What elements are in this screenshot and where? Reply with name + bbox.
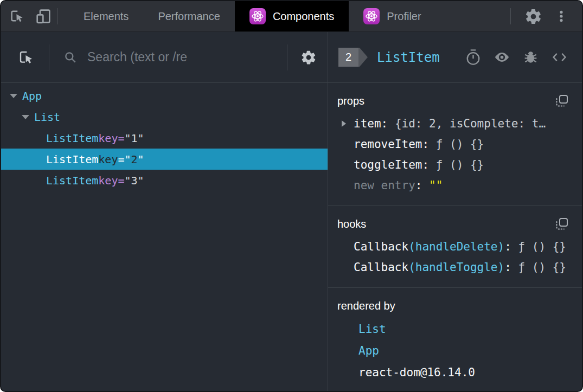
copy-to-clipboard-icon[interactable] [555,94,568,107]
details-header-icons [465,49,568,66]
inspect-element-icon[interactable] [9,8,25,24]
equals-sign: = [118,174,124,187]
section-header-hooks: hooks [328,215,582,233]
tabbar-tabs: ElementsPerformance Components Profiler [69,1,436,31]
pick-component-icon[interactable] [17,49,35,66]
component-name: ListItem [46,132,98,145]
segment-value: ƒ () {} [518,261,566,274]
key-value: "3" [125,174,144,187]
segment-key: removeItem [354,138,422,151]
tree-row-listitem[interactable]: ListItem key="1" [1,127,328,149]
equals-sign: = [118,153,124,166]
components-search-input[interactable] [87,50,287,65]
details-sections: props item: {id: 2, isComplete: t…remove… [328,83,582,391]
segment-value: ƒ () {} [518,240,566,253]
tree-panel-header [1,32,328,83]
props-row[interactable]: toggleItem: ƒ () {} [328,155,582,175]
suspend-timer-icon[interactable] [465,49,481,66]
tab-performance[interactable]: Performance [143,1,235,31]
props-row[interactable]: item: {id: 2, isComplete: t… [328,113,582,134]
tab-profiler[interactable]: Profiler [349,1,435,31]
kebab-menu-icon[interactable] [554,8,568,24]
tree-row-list[interactable]: List [1,106,328,127]
segment-cyan: List [358,323,386,336]
component-name: App [22,89,42,102]
component-name: ListItem [46,153,98,166]
segment-key: Callback [354,240,408,253]
segment-cyan: App [358,344,379,357]
section-rendered-by: rendered byListAppreact-dom@16.14.0 [328,288,582,392]
segment-muted: new entry [354,179,415,192]
view-settings-gear-icon[interactable] [300,49,317,66]
key-value: "1" [125,132,144,145]
section-title: rendered by [337,300,395,312]
segment-white: : [504,240,518,253]
caret-down-icon[interactable] [10,94,17,98]
key-attribute: key [98,153,118,166]
segment-white: : [381,117,395,130]
props-row[interactable]: new entry: "" [328,175,582,196]
key-attribute: key [98,174,118,187]
components-tree-panel: AppListListItem key="1"ListItem key="2"L… [1,32,328,391]
component-name: List [34,111,60,124]
rendered-by-row[interactable]: App [328,340,582,362]
segment-cyan: (handleToggle) [408,261,504,274]
section-title: hooks [337,218,366,230]
react-logo-icon [249,8,266,24]
segment-white: : [415,179,429,192]
devtools-content: AppListListItem key="1"ListItem key="2"L… [1,32,582,391]
segment-white: : [422,158,435,171]
segment-value: ƒ () {} [436,158,484,171]
search-area [49,50,287,65]
section-props: props item: {id: 2, isComplete: t…remove… [328,83,582,206]
tabbar-right-icons [510,1,582,31]
tab-elements[interactable]: Elements [69,1,143,31]
element-count: 2 [338,48,358,67]
segment-value: {id: 2, isComplete: t… [395,117,546,130]
tab-label: Components [273,10,334,23]
rendered-by-row[interactable]: react-dom@16.14.0 [328,362,582,383]
tabbar-divider [57,8,58,24]
caret-down-icon[interactable] [22,115,29,119]
selected-component-name: ListItem [377,50,465,65]
quote: " [138,153,144,166]
copy-to-clipboard-icon[interactable] [555,217,568,230]
tabbar-left-icons [1,1,57,31]
settings-gear-icon[interactable] [524,8,542,25]
segment-white: react-dom@16.14.0 [358,366,475,379]
log-data-bug-icon[interactable] [523,49,539,65]
tab-components[interactable]: Components [235,1,349,31]
segment-string: "" [429,179,443,192]
search-icon [63,50,78,65]
device-toolbar-icon[interactable] [35,8,52,25]
expand-arrow-icon[interactable] [342,120,346,127]
segment-key: item [354,117,381,130]
view-source-code-icon[interactable] [551,49,568,65]
segment-value: ƒ () {} [436,138,484,151]
react-logo-icon [363,8,380,24]
tree-row-listitem[interactable]: ListItem key="3" [1,170,328,191]
segment-cyan: (handleDelete) [408,240,504,253]
rendered-by-row[interactable]: List [328,318,582,340]
tab-label: Performance [158,10,220,23]
section-hooks: hooks Callback(handleDelete): ƒ () {}Cal… [328,206,582,288]
segment-white: : [504,261,518,274]
header-divider [287,44,287,70]
tree-row-app[interactable]: App [1,85,328,106]
tab-label: Elements [84,10,129,23]
key-value: 2 [131,153,138,166]
inspect-dom-eye-icon[interactable] [494,49,510,66]
section-header-rendered-by: rendered by [328,297,582,315]
tree-row-listitem[interactable]: ListItem key="2" [1,149,328,170]
props-row[interactable]: removeItem: ƒ () {} [328,134,582,155]
equals-sign: = [118,132,124,145]
devtools-tabbar: ElementsPerformance Components Profiler [1,1,582,32]
component-details-panel: 2 ListItem [328,32,582,391]
hooks-row[interactable]: Callback(handleDelete): ƒ () {} [328,236,582,257]
segment-key: toggleItem [354,158,422,171]
hooks-row[interactable]: Callback(handleToggle): ƒ () {} [328,257,582,278]
devtools-window: ElementsPerformance Components Profiler [0,0,583,392]
key-attribute: key [98,132,118,145]
section-title: props [337,95,364,107]
tabbar-divider [510,8,511,24]
